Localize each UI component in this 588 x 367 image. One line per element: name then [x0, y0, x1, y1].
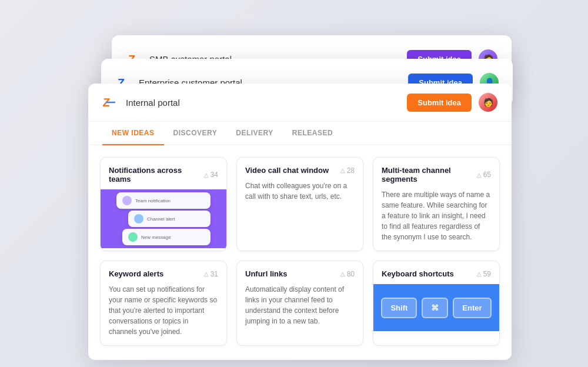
tab-released[interactable]: RELEASED	[283, 122, 342, 145]
card-unfurl-links-body: Automatically display content of links i…	[237, 284, 363, 335]
card-keyword-alerts[interactable]: Keyword alerts △ 31 You can set up notif…	[100, 261, 227, 346]
card-video-call[interactable]: Video call chat window △ 28 Chat with co…	[236, 157, 363, 251]
card-keyboard-shortcuts-title: Keyboard shortcuts	[382, 269, 454, 278]
key-cmd: ⌘	[422, 298, 448, 318]
card-keyboard-shortcuts-votes: △ 59	[477, 270, 491, 278]
internal-submit-button[interactable]: Submit idea	[407, 94, 472, 112]
card-keyboard-shortcuts[interactable]: Keyboard shortcuts △ 59 Shift ⌘ Enter	[373, 261, 500, 346]
portal-internal: Z Internal portal Submit idea 🧑 NEW IDEA…	[88, 84, 512, 360]
internal-avatar: 🧑	[479, 93, 497, 112]
card-unfurl-links[interactable]: Unfurl links △ 80 Automatically display …	[236, 261, 363, 346]
card-notifications-votes: △ 34	[204, 171, 218, 179]
card-multi-team-title: Multi-team channel segments	[382, 166, 477, 184]
card-multi-team-body: There are multiple ways of name a same f…	[373, 189, 499, 251]
card-keyword-alerts-text: You can set up notifications for your na…	[109, 284, 218, 337]
notif-bubble-2: Channel alert	[128, 211, 211, 227]
card-video-call-body: Chat with colleagues you're on a call wi…	[237, 181, 363, 210]
notif-bubble-3: New message	[122, 229, 211, 245]
card-notifications-image: Team notification Channel alert New mess…	[101, 189, 226, 248]
card-keyboard-image: Shift ⌘ Enter	[373, 284, 499, 331]
card-multi-team-votes: △ 65	[477, 171, 491, 179]
card-multi-team-header: Multi-team channel segments △ 65	[373, 158, 499, 189]
card-keyword-alerts-votes: △ 31	[204, 270, 218, 278]
card-video-call-header: Video call chat window △ 28	[237, 158, 363, 181]
card-video-call-title: Video call chat window	[245, 166, 329, 175]
card-keyword-alerts-header: Keyword alerts △ 31	[101, 261, 226, 284]
notif-bubble-1: Team notification	[116, 192, 211, 209]
card-keyboard-shortcuts-header: Keyboard shortcuts △ 59	[373, 261, 499, 284]
internal-logo: Z	[102, 94, 119, 111]
card-keyword-alerts-body: You can set up notifications for your na…	[101, 284, 226, 345]
card-multi-team-text: There are multiple ways of name a same f…	[382, 189, 491, 242]
card-unfurl-links-title: Unfurl links	[245, 269, 288, 278]
tab-discovery[interactable]: DISCOVERY	[164, 122, 227, 145]
card-video-call-votes: △ 28	[340, 166, 355, 175]
notification-mockup: Team notification Channel alert New mess…	[116, 191, 211, 247]
tab-delivery[interactable]: DELIVERY	[226, 122, 283, 145]
card-notifications-header: Notifications across teams △ 34	[101, 158, 226, 189]
internal-title: Internal portal	[126, 98, 407, 108]
vote-icon: △	[204, 172, 209, 178]
key-enter: Enter	[453, 298, 491, 318]
internal-header: Z Internal portal Submit idea 🧑	[88, 84, 512, 122]
card-unfurl-links-header: Unfurl links △ 80	[237, 261, 363, 284]
card-multi-team[interactable]: Multi-team channel segments △ 65 There a…	[373, 157, 500, 251]
card-video-call-text: Chat with colleagues you're on a call wi…	[245, 181, 355, 202]
card-unfurl-links-text: Automatically display content of links i…	[245, 284, 355, 326]
scene: Z SMB customer portal Submit idea 🧑 Z En…	[76, 25, 512, 342]
tabs-bar: NEW IDEAS DISCOVERY DELIVERY RELEASED	[88, 122, 512, 145]
card-notifications[interactable]: Notifications across teams △ 34 Team not…	[100, 157, 227, 251]
key-shift: Shift	[381, 298, 417, 318]
cards-grid: Notifications across teams △ 34 Team not…	[88, 145, 512, 358]
card-unfurl-links-votes: △ 80	[340, 270, 355, 278]
card-notifications-title: Notifications across teams	[109, 166, 204, 184]
card-keyword-alerts-title: Keyword alerts	[109, 269, 163, 278]
tab-new-ideas[interactable]: NEW IDEAS	[102, 122, 164, 145]
